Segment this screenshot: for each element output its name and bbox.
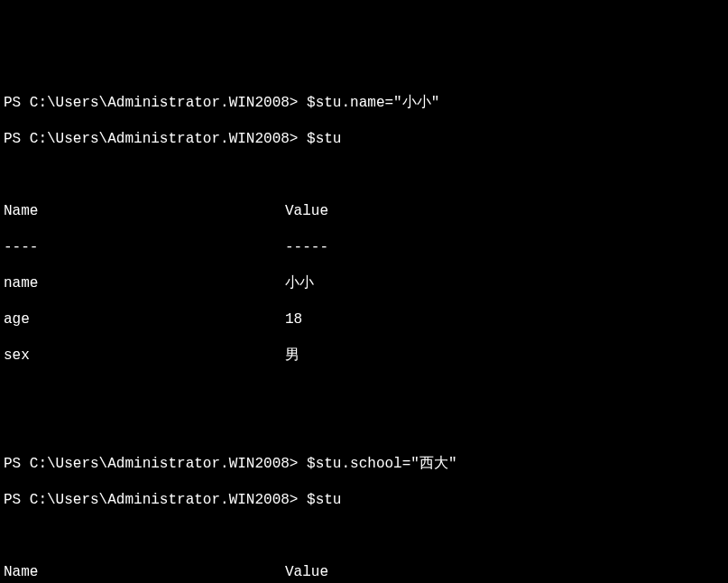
blank-line: [4, 527, 724, 545]
prompt: PS C:\Users\Administrator.WIN2008>: [4, 455, 298, 473]
prompt: PS C:\Users\Administrator.WIN2008>: [4, 94, 298, 112]
header-value: Value: [285, 563, 328, 581]
header-name: Name: [4, 202, 285, 220]
table-row: sex男: [4, 347, 724, 365]
header-name: Name: [4, 563, 285, 581]
table-header: NameValue: [4, 202, 724, 220]
blank-line: [4, 383, 724, 401]
cell-value: 男: [285, 347, 299, 365]
cell-name: name: [4, 274, 285, 292]
cell-value: 小小: [285, 274, 314, 292]
cell-name: sex: [4, 347, 285, 365]
blank-line: [4, 419, 724, 437]
header-dash: -----: [285, 238, 328, 256]
table-row: name小小: [4, 274, 724, 292]
command-line: PS C:\Users\Administrator.WIN2008> $stu: [4, 130, 724, 148]
cell-value: 18: [285, 310, 302, 329]
table-header: NameValue: [4, 563, 724, 581]
header-value: Value: [285, 202, 328, 220]
terminal-output[interactable]: PS C:\Users\Administrator.WIN2008> $stu.…: [4, 76, 724, 583]
command-line: PS C:\Users\Administrator.WIN2008> $stu.…: [4, 94, 724, 112]
prompt: PS C:\Users\Administrator.WIN2008>: [4, 491, 298, 509]
command-text: $stu: [307, 130, 341, 148]
header-dash: ----: [4, 238, 285, 256]
command-line: PS C:\Users\Administrator.WIN2008> $stu: [4, 491, 724, 509]
command-text: $stu.name="小小": [307, 94, 439, 112]
table-divider: ---------: [4, 238, 724, 256]
table-row: age18: [4, 310, 724, 329]
cell-name: age: [4, 310, 285, 329]
command-line: PS C:\Users\Administrator.WIN2008> $stu.…: [4, 455, 724, 473]
command-text: $stu.school="西大": [307, 455, 456, 473]
prompt: PS C:\Users\Administrator.WIN2008>: [4, 130, 298, 148]
command-text: $stu: [307, 491, 341, 509]
blank-line: [4, 166, 724, 184]
